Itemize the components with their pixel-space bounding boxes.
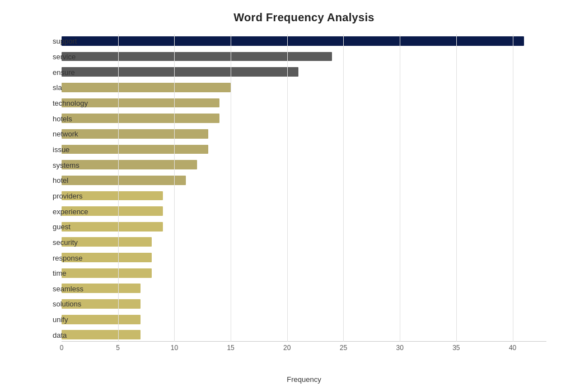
bar-row: unify [62,313,546,327]
bar-label: data [53,330,57,339]
bar-row: technology [62,96,546,110]
bar-ensure [62,67,298,77]
bar-row: seamless [62,282,546,296]
bar-row: hotel [62,173,546,187]
bar-sla [62,83,231,92]
bar-label: guest [53,223,57,231]
bar-label: systems [53,160,57,169]
x-tick: 20 [283,344,291,352]
bar-row: sla [62,81,546,95]
bar-label: support [53,37,57,45]
bar-row: network [62,127,546,141]
bars-wrapper: supportserviceensureslatechnologyhotelsn… [62,34,546,342]
bar-row: security [62,235,546,249]
bar-label: time [53,269,57,277]
bar-label: security [53,238,57,246]
x-tick: 30 [396,344,403,352]
bar-label: technology [53,98,57,107]
bar-label: seamless [53,284,57,292]
x-tick: 40 [509,344,516,352]
bar-row: issue [62,143,546,157]
bar-support [62,36,524,46]
bar-row: hotels [62,111,546,125]
bar-label: ensure [53,68,57,76]
bar-row: service [62,50,546,64]
bar-label: providers [53,191,57,200]
bar-row: solutions [62,297,546,311]
x-tick: 10 [171,344,178,352]
bar-row: support [62,34,546,48]
x-tick: 25 [340,344,347,352]
bar-network [62,129,208,139]
x-tick: 15 [227,344,234,352]
x-tick: 35 [452,344,460,352]
bar-label: issue [53,145,57,153]
bar-hotel [62,176,186,185]
x-tick: 5 [116,344,120,352]
bar-systems [62,160,197,169]
chart-title: Word Frequency Analysis [62,11,546,24]
bar-label: experience [53,207,57,215]
bar-label: hotels [53,114,57,122]
bar-hotels [62,114,219,123]
bar-row: ensure [62,65,546,79]
bar-label: solutions [53,300,57,308]
bar-label: response [53,253,57,262]
bar-data [62,330,141,339]
bar-service [62,52,332,62]
bar-guest [62,222,163,232]
bar-label: hotel [53,176,57,185]
x-tick: 0 [60,344,64,352]
x-axis: 0510152025303540 [62,342,546,358]
bar-issue [62,145,208,154]
bar-row: response [62,251,546,265]
bar-unify [62,315,141,324]
x-axis-label: Frequency [287,375,321,384]
bar-row: time [62,266,546,280]
bar-time [62,268,152,278]
bar-row: data [62,328,546,342]
bar-label: sla [53,83,57,92]
bar-label: service [53,52,57,60]
bar-row: guest [62,220,546,234]
bar-label: unify [53,315,57,324]
bar-row: systems [62,158,546,172]
bar-row: experience [62,204,546,218]
bar-label: network [53,130,57,138]
bar-row: providers [62,189,546,203]
chart-container: Word Frequency Analysis supportserviceen… [0,0,580,392]
chart-area: supportserviceensureslatechnologyhotelsn… [62,34,546,358]
